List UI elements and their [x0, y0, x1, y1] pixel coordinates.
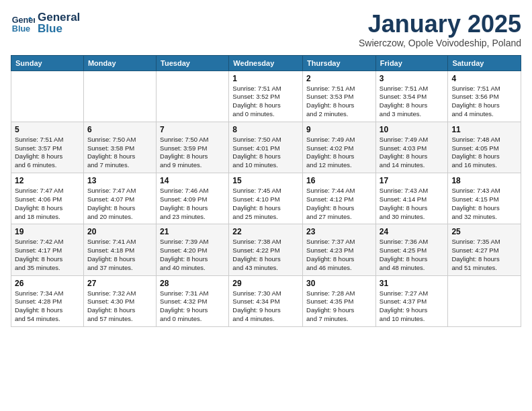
calendar-cell: 27Sunrise: 7:32 AM Sunset: 4:30 PM Dayli… — [83, 275, 156, 326]
location-subtitle: Swierczow, Opole Voivodeship, Poland — [359, 38, 521, 48]
day-content: Sunrise: 7:42 AM Sunset: 4:17 PM Dayligh… — [15, 238, 80, 272]
day-content: Sunrise: 7:45 AM Sunset: 4:10 PM Dayligh… — [232, 187, 299, 221]
day-content: Sunrise: 7:43 AM Sunset: 4:14 PM Dayligh… — [380, 187, 445, 221]
day-number: 11 — [451, 125, 517, 134]
day-content: Sunrise: 7:44 AM Sunset: 4:12 PM Dayligh… — [306, 187, 372, 221]
day-content: Sunrise: 7:51 AM Sunset: 3:56 PM Dayligh… — [451, 85, 517, 119]
day-number: 7 — [160, 125, 225, 134]
calendar-cell: 30Sunrise: 7:28 AM Sunset: 4:35 PM Dayli… — [303, 275, 376, 326]
calendar-cell: 2Sunrise: 7:51 AM Sunset: 3:53 PM Daylig… — [303, 71, 376, 122]
day-number: 9 — [306, 125, 372, 134]
day-number: 19 — [15, 227, 80, 236]
day-content: Sunrise: 7:50 AM Sunset: 4:01 PM Dayligh… — [232, 136, 299, 170]
day-number: 27 — [87, 279, 152, 288]
day-number: 13 — [87, 176, 152, 185]
calendar-cell: 22Sunrise: 7:38 AM Sunset: 4:22 PM Dayli… — [229, 224, 303, 275]
weekday-header-thursday: Thursday — [303, 55, 376, 71]
day-content: Sunrise: 7:30 AM Sunset: 4:34 PM Dayligh… — [232, 289, 299, 324]
calendar-week-2: 5Sunrise: 7:51 AM Sunset: 3:57 PM Daylig… — [11, 122, 521, 173]
title-block: January 2025 Swierczow, Opole Voivodeshi… — [359, 11, 521, 48]
day-number: 2 — [306, 74, 372, 83]
calendar-cell: 15Sunrise: 7:45 AM Sunset: 4:10 PM Dayli… — [229, 173, 303, 224]
weekday-header-row: SundayMondayTuesdayWednesdayThursdayFrid… — [11, 55, 521, 71]
day-number: 18 — [451, 176, 517, 185]
month-title: January 2025 — [359, 11, 521, 38]
day-content: Sunrise: 7:51 AM Sunset: 3:52 PM Dayligh… — [232, 85, 299, 119]
weekday-header-wednesday: Wednesday — [229, 55, 303, 71]
calendar-cell: 29Sunrise: 7:30 AM Sunset: 4:34 PM Dayli… — [229, 275, 303, 326]
day-content: Sunrise: 7:32 AM Sunset: 4:30 PM Dayligh… — [87, 289, 152, 324]
calendar-week-1: 1Sunrise: 7:51 AM Sunset: 3:52 PM Daylig… — [11, 71, 521, 122]
logo-text: General Blue — [38, 11, 80, 34]
calendar-cell: 18Sunrise: 7:43 AM Sunset: 4:15 PM Dayli… — [448, 173, 521, 224]
calendar-cell: 12Sunrise: 7:47 AM Sunset: 4:06 PM Dayli… — [11, 173, 84, 224]
calendar-cell: 4Sunrise: 7:51 AM Sunset: 3:56 PM Daylig… — [448, 71, 521, 122]
day-content: Sunrise: 7:31 AM Sunset: 4:32 PM Dayligh… — [160, 289, 225, 324]
calendar-cell: 13Sunrise: 7:47 AM Sunset: 4:07 PM Dayli… — [83, 173, 156, 224]
day-number: 4 — [451, 74, 517, 83]
day-number: 10 — [380, 125, 445, 134]
day-content: Sunrise: 7:50 AM Sunset: 3:58 PM Dayligh… — [87, 136, 152, 170]
day-number: 16 — [306, 176, 372, 185]
calendar-week-5: 26Sunrise: 7:34 AM Sunset: 4:28 PM Dayli… — [11, 275, 521, 326]
day-number: 17 — [380, 176, 445, 185]
calendar-cell — [83, 71, 156, 122]
page-header: General Blue General Blue January 2025 S… — [11, 11, 521, 48]
calendar-cell — [448, 275, 521, 326]
day-number: 28 — [160, 279, 225, 288]
calendar-cell: 10Sunrise: 7:49 AM Sunset: 4:03 PM Dayli… — [375, 122, 448, 173]
day-content: Sunrise: 7:41 AM Sunset: 4:18 PM Dayligh… — [87, 238, 152, 272]
day-number: 1 — [232, 74, 299, 83]
calendar-cell: 8Sunrise: 7:50 AM Sunset: 4:01 PM Daylig… — [229, 122, 303, 173]
calendar-cell: 11Sunrise: 7:48 AM Sunset: 4:05 PM Dayli… — [448, 122, 521, 173]
calendar-cell: 25Sunrise: 7:35 AM Sunset: 4:27 PM Dayli… — [448, 224, 521, 275]
day-number: 25 — [451, 227, 517, 236]
calendar-cell: 31Sunrise: 7:27 AM Sunset: 4:37 PM Dayli… — [375, 275, 448, 326]
day-content: Sunrise: 7:36 AM Sunset: 4:25 PM Dayligh… — [380, 238, 445, 272]
calendar-cell: 16Sunrise: 7:44 AM Sunset: 4:12 PM Dayli… — [303, 173, 376, 224]
weekday-header-sunday: Sunday — [11, 55, 84, 71]
calendar-cell — [11, 71, 84, 122]
calendar-cell: 6Sunrise: 7:50 AM Sunset: 3:58 PM Daylig… — [83, 122, 156, 173]
day-number: 22 — [232, 227, 299, 236]
calendar-cell: 5Sunrise: 7:51 AM Sunset: 3:57 PM Daylig… — [11, 122, 84, 173]
calendar-cell — [157, 71, 229, 122]
calendar-cell: 19Sunrise: 7:42 AM Sunset: 4:17 PM Dayli… — [11, 224, 84, 275]
day-content: Sunrise: 7:39 AM Sunset: 4:20 PM Dayligh… — [160, 238, 225, 272]
calendar-cell: 7Sunrise: 7:50 AM Sunset: 3:59 PM Daylig… — [157, 122, 229, 173]
day-content: Sunrise: 7:38 AM Sunset: 4:22 PM Dayligh… — [232, 238, 299, 272]
day-number: 20 — [87, 227, 152, 236]
weekday-header-monday: Monday — [83, 55, 156, 71]
day-content: Sunrise: 7:46 AM Sunset: 4:09 PM Dayligh… — [160, 187, 225, 221]
logo-blue: Blue — [38, 23, 80, 34]
calendar-cell: 26Sunrise: 7:34 AM Sunset: 4:28 PM Dayli… — [11, 275, 84, 326]
day-number: 12 — [15, 176, 80, 185]
weekday-header-tuesday: Tuesday — [157, 55, 229, 71]
calendar-cell: 3Sunrise: 7:51 AM Sunset: 3:54 PM Daylig… — [375, 71, 448, 122]
calendar-table: SundayMondayTuesdayWednesdayThursdayFrid… — [11, 55, 521, 327]
calendar-week-3: 12Sunrise: 7:47 AM Sunset: 4:06 PM Dayli… — [11, 173, 521, 224]
calendar-week-4: 19Sunrise: 7:42 AM Sunset: 4:17 PM Dayli… — [11, 224, 521, 275]
calendar-cell: 9Sunrise: 7:49 AM Sunset: 4:02 PM Daylig… — [303, 122, 376, 173]
day-number: 21 — [160, 227, 225, 236]
day-number: 29 — [232, 279, 299, 288]
day-content: Sunrise: 7:51 AM Sunset: 3:57 PM Dayligh… — [15, 136, 80, 170]
calendar-cell: 23Sunrise: 7:37 AM Sunset: 4:23 PM Dayli… — [303, 224, 376, 275]
day-number: 14 — [160, 176, 225, 185]
day-content: Sunrise: 7:49 AM Sunset: 4:02 PM Dayligh… — [306, 136, 372, 170]
day-content: Sunrise: 7:27 AM Sunset: 4:37 PM Dayligh… — [380, 289, 445, 324]
calendar-header: SundayMondayTuesdayWednesdayThursdayFrid… — [11, 55, 521, 71]
logo-general: General — [38, 11, 80, 23]
calendar-cell: 20Sunrise: 7:41 AM Sunset: 4:18 PM Dayli… — [83, 224, 156, 275]
day-number: 5 — [15, 125, 80, 134]
day-content: Sunrise: 7:28 AM Sunset: 4:35 PM Dayligh… — [306, 289, 372, 324]
day-content: Sunrise: 7:50 AM Sunset: 3:59 PM Dayligh… — [160, 136, 225, 170]
day-number: 8 — [232, 125, 299, 134]
day-number: 31 — [380, 279, 445, 288]
day-number: 24 — [380, 227, 445, 236]
day-number: 6 — [87, 125, 152, 134]
day-content: Sunrise: 7:47 AM Sunset: 4:07 PM Dayligh… — [87, 187, 152, 221]
calendar-cell: 14Sunrise: 7:46 AM Sunset: 4:09 PM Dayli… — [157, 173, 229, 224]
weekday-header-friday: Friday — [375, 55, 448, 71]
calendar-cell: 17Sunrise: 7:43 AM Sunset: 4:14 PM Dayli… — [375, 173, 448, 224]
